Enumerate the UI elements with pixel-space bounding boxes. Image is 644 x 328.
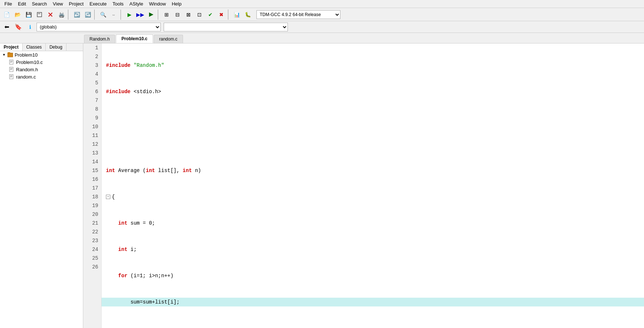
scope-select[interactable]: (globals): [37, 23, 161, 31]
chart-button[interactable]: 📊: [232, 9, 242, 20]
find-button[interactable]: 🔍: [98, 9, 108, 20]
svg-rect-17: [9, 75, 13, 79]
ln-7: 7: [83, 96, 101, 105]
ln-3: 3: [83, 61, 101, 70]
str-1: "Random.h": [134, 62, 164, 68]
sep4: [158, 9, 160, 20]
code-line-10: sum=sum+list[i];: [102, 298, 644, 306]
run-button[interactable]: ▶▶: [135, 9, 145, 20]
kw-for: for: [118, 273, 127, 279]
fn-average: Average (: [115, 168, 146, 173]
compiler-select[interactable]: TDM-GCC 4.9.2 64-bit Release: [256, 10, 340, 19]
undo-button[interactable]: ↩️: [72, 9, 82, 20]
code-line-5: int Average (int list[], int n): [102, 166, 644, 175]
menu-execute[interactable]: Execute: [87, 0, 110, 7]
tab-problem10c[interactable]: Problem10.c: [116, 34, 153, 43]
back-button[interactable]: ⬅: [1, 22, 12, 32]
ln-18: 18: [83, 192, 101, 201]
menu-edit[interactable]: Edit: [15, 0, 29, 7]
ln-13: 13: [83, 149, 101, 157]
function-select[interactable]: [164, 23, 288, 31]
code-view: 1 2 3 4 5 6 7 8 9 10 11 12 13 14 15 16 1…: [83, 43, 644, 328]
menu-file[interactable]: File: [1, 0, 15, 7]
stop-button[interactable]: ✖: [216, 9, 226, 20]
grid1-button[interactable]: ⊞: [161, 9, 172, 20]
info-button[interactable]: ℹ: [25, 22, 35, 32]
compile-run-button[interactable]: [146, 9, 156, 20]
i-decl: i;: [127, 247, 137, 252]
tree-item-problem10c[interactable]: Problem10.c: [7, 58, 83, 66]
tree-root-label: Problem10: [15, 52, 38, 58]
save-button[interactable]: 💾: [23, 9, 34, 20]
menu-bar: File Edit Search View Project Execute To…: [0, 0, 644, 8]
tab-randomc[interactable]: random.c: [154, 35, 183, 43]
editor-area[interactable]: 1 2 3 4 5 6 7 8 9 10 11 12 13 14 15 16 1…: [83, 43, 644, 328]
toolbar-secondary: ⬅ 🔖 ℹ (globals): [0, 21, 644, 33]
redo-button[interactable]: ↪️: [83, 9, 93, 20]
compile-button[interactable]: ▶: [124, 9, 134, 20]
sidebar-tab-classes[interactable]: Classes: [23, 43, 46, 51]
code-line-9: for (i=1; i>n;n++): [102, 271, 644, 280]
code-line-11: [102, 324, 644, 328]
check-button[interactable]: ✔: [205, 9, 216, 20]
param-list: list[],: [155, 168, 183, 173]
close-button[interactable]: [45, 9, 56, 20]
ln-10: 10: [83, 122, 101, 131]
tree-collapse-arrow[interactable]: ▼: [1, 52, 7, 57]
debug-button[interactable]: 🐛: [243, 9, 253, 20]
code-line-3: [102, 114, 644, 122]
grid2-button[interactable]: ⊟: [172, 9, 183, 20]
file-icon-2: [9, 66, 15, 72]
ln-17: 17: [83, 184, 101, 192]
ln-15: 15: [83, 166, 101, 175]
menu-window[interactable]: Window: [146, 0, 169, 7]
kw-int-i: int: [118, 247, 127, 252]
tree-item-randomc[interactable]: random.c: [7, 73, 83, 80]
grid3-button[interactable]: ⊠: [183, 9, 194, 20]
code-line-2: #include <stdio.h>: [102, 87, 644, 96]
tree-item-label-2: Random.h: [16, 67, 38, 72]
menu-tools[interactable]: Tools: [110, 0, 126, 7]
menu-search[interactable]: Search: [29, 0, 50, 7]
svg-rect-1: [38, 12, 40, 14]
menu-view[interactable]: View: [50, 0, 66, 7]
brace-open-1: {: [112, 194, 115, 200]
ln-9: 9: [83, 114, 101, 122]
menu-project[interactable]: Project: [66, 0, 87, 7]
tree-root-item[interactable]: ▼ Problem10: [0, 51, 83, 58]
menu-astyle[interactable]: AStyle: [126, 0, 146, 7]
grid4-button[interactable]: ⊡: [194, 9, 205, 20]
code-content[interactable]: #include "Random.h" #include <stdio.h> i…: [102, 43, 644, 328]
menu-help[interactable]: Help: [169, 0, 184, 7]
kw-int-3: int: [183, 168, 192, 173]
param-n: n): [192, 168, 201, 173]
sidebar-tab-debug[interactable]: Debug: [46, 43, 66, 51]
sep3: [121, 9, 123, 20]
indent-7: [106, 220, 118, 226]
line-numbers: 1 2 3 4 5 6 7 8 9 10 11 12 13 14 15 16 1…: [83, 43, 102, 328]
replace-button[interactable]: ↔: [109, 9, 119, 20]
tab-randomh[interactable]: Random.h: [84, 35, 115, 43]
ln-23: 23: [83, 236, 101, 245]
ln-25: 25: [83, 254, 101, 263]
bookmark-button[interactable]: 🔖: [13, 22, 23, 32]
save-all-button[interactable]: [34, 9, 45, 20]
print-button[interactable]: 🖨️: [56, 9, 66, 20]
tree-item-randomh[interactable]: Random.h: [7, 66, 83, 73]
file-icon-3: [9, 74, 15, 80]
ln-19: 19: [83, 201, 101, 210]
main-layout: Project Classes Debug ▼ Problem10: [0, 43, 644, 328]
sep2: [94, 9, 96, 20]
toolbar-main: 📄 📂 💾 🖨️ ↩️ ↪️ 🔍 ↔ ▶ ▶▶ ⊞ ⊟ ⊠ ⊡ ✔ ✖ 📊 🐛 …: [0, 8, 644, 21]
svg-rect-9: [9, 60, 13, 64]
ln-16: 16: [83, 175, 101, 184]
new-button[interactable]: 📄: [1, 9, 12, 20]
code-line-1: #include "Random.h": [102, 61, 644, 70]
sidebar-tab-project[interactable]: Project: [0, 43, 23, 51]
for-body: (i=1; i>n;n++): [127, 273, 174, 279]
fold-btn-6[interactable]: −: [106, 195, 110, 199]
code-line-7: int sum = 0;: [102, 219, 644, 228]
code-line-6: −{: [102, 192, 644, 201]
ln-8: 8: [83, 105, 101, 114]
open-button[interactable]: 📂: [12, 9, 23, 20]
